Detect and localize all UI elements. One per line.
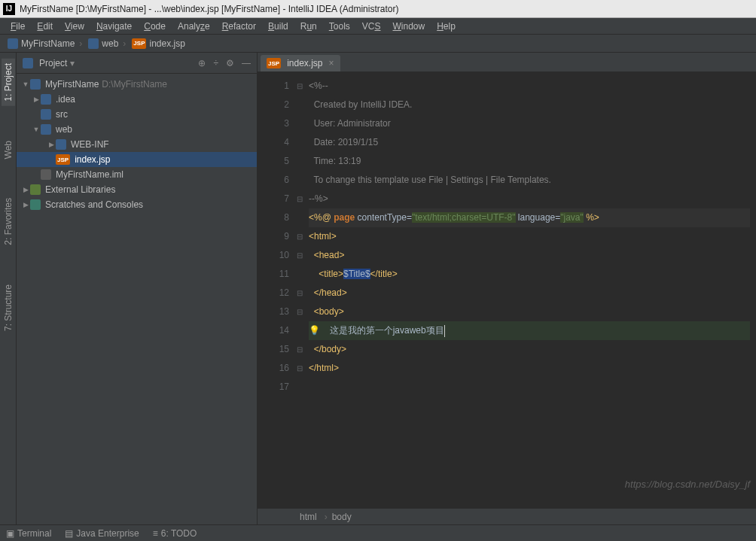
- tree-node[interactable]: JSPindex.jsp: [17, 152, 257, 167]
- tree-arrow-icon[interactable]: ▼: [32, 126, 41, 133]
- tree-node[interactable]: ▶External Libraries: [17, 182, 257, 197]
- menu-run[interactable]: Run: [294, 20, 323, 33]
- target-icon[interactable]: ⊕: [198, 58, 206, 68]
- menu-build[interactable]: Build: [262, 20, 294, 33]
- code-lines[interactable]: <%-- Created by IntelliJ IDEA. User: Adm…: [306, 72, 756, 508]
- tree-label: index.jsp: [75, 154, 110, 165]
- minimize-icon[interactable]: —: [242, 58, 251, 68]
- folder-icon: [41, 109, 51, 120]
- tree-label: MyFirstName.iml: [56, 169, 123, 180]
- menu-edit[interactable]: Edit: [31, 20, 59, 33]
- folder-icon: [41, 124, 51, 135]
- title-text: MyFirstName [D:\MyFirstName] - ...\web\i…: [20, 4, 398, 14]
- tree-label: WEB-INF: [71, 139, 109, 150]
- titlebar: IJ MyFirstName [D:\MyFirstName] - ...\we…: [0, 0, 756, 18]
- tree-arrow-icon[interactable]: ▶: [21, 201, 30, 208]
- tree-label: Scratches and Consoles: [45, 199, 143, 210]
- menu-tools[interactable]: Tools: [323, 20, 356, 33]
- toolwin-todo[interactable]: ≡6: TODO: [153, 528, 197, 539]
- project-sidebar: Project ▾ ⊕ ÷ ⚙ — ▼MyFirstNameD:\MyFirst…: [17, 53, 258, 524]
- jsp-icon: JSP: [56, 154, 70, 165]
- toolwin-favorites[interactable]: 2: Favorites: [2, 193, 15, 250]
- lightbulb-icon[interactable]: 💡: [309, 325, 320, 336]
- crumb-file[interactable]: JSPindex.jsp: [129, 38, 193, 49]
- fold-gutter[interactable]: ⊟⊟⊟⊟⊟⊟⊟⊟: [294, 72, 306, 508]
- file-icon: [41, 169, 51, 180]
- breadcrumb-bar: MyFirstName web JSPindex.jsp: [0, 35, 756, 53]
- tree-node[interactable]: ▶WEB-INF: [17, 137, 257, 152]
- menu-file[interactable]: File: [5, 20, 31, 33]
- tree-node[interactable]: ▼web: [17, 122, 257, 137]
- sidebar-header: Project ▾ ⊕ ÷ ⚙ —: [17, 53, 257, 74]
- editor-breadcrumb[interactable]: html›body: [258, 508, 756, 524]
- tree-node[interactable]: ▼MyFirstNameD:\MyFirstName: [17, 77, 257, 92]
- tree-arrow-icon[interactable]: ▼: [21, 81, 30, 88]
- line-number-gutter: 1234567891011121314151617: [258, 72, 294, 508]
- ee-icon: ▤: [65, 528, 73, 539]
- terminal-icon: ▣: [6, 528, 14, 539]
- toolwin-java-ee[interactable]: ▤Java Enterprise: [65, 528, 139, 539]
- todo-icon: ≡: [153, 528, 158, 539]
- project-icon: [23, 58, 33, 68]
- lib-icon: [30, 184, 41, 195]
- toolwin-terminal[interactable]: ▣Terminal: [6, 528, 51, 539]
- tree-label: External Libraries: [45, 184, 115, 195]
- toolwin-structure[interactable]: 7: Structure: [2, 280, 15, 336]
- crumb-folder[interactable]: web: [85, 38, 129, 49]
- tree-node[interactable]: ▶Scratches and Consoles: [17, 197, 257, 212]
- menu-vcs[interactable]: VCS: [356, 20, 387, 33]
- menu-analyze[interactable]: Analyze: [172, 20, 216, 33]
- menu-help[interactable]: Help: [431, 20, 462, 33]
- toolwin-web[interactable]: Web: [2, 136, 15, 163]
- scr-icon: [30, 199, 41, 210]
- tree-node[interactable]: MyFirstName.iml: [17, 167, 257, 182]
- tree-node[interactable]: src: [17, 107, 257, 122]
- sidebar-title[interactable]: Project: [39, 58, 67, 68]
- menu-view[interactable]: View: [59, 20, 90, 33]
- close-icon[interactable]: ×: [329, 58, 334, 68]
- left-tool-gutter: 1: Project Web 2: Favorites 7: Structure: [0, 53, 17, 524]
- split-icon[interactable]: ÷: [213, 58, 218, 68]
- app-logo-icon: IJ: [3, 3, 15, 15]
- proj-icon: [30, 79, 41, 90]
- editor-tabs: JSP index.jsp ×: [258, 53, 756, 72]
- project-tree[interactable]: ▼MyFirstNameD:\MyFirstName▶.idea src▼web…: [17, 74, 257, 524]
- code-editor[interactable]: 1234567891011121314151617 ⊟⊟⊟⊟⊟⊟⊟⊟ <%-- …: [258, 72, 756, 508]
- editor-tab-indexjsp[interactable]: JSP index.jsp ×: [261, 55, 340, 71]
- text-caret: [444, 325, 445, 337]
- gear-icon[interactable]: ⚙: [226, 58, 234, 68]
- tree-label: MyFirstName: [45, 79, 99, 90]
- toolwin-project[interactable]: 1: Project: [2, 59, 15, 106]
- jsp-icon: JSP: [267, 58, 281, 68]
- folder-icon: [56, 139, 66, 150]
- tree-arrow-icon[interactable]: ▶: [32, 96, 41, 103]
- tree-label: web: [56, 124, 72, 135]
- menu-refactor[interactable]: Refactor: [216, 20, 262, 33]
- tree-arrow-icon[interactable]: ▶: [21, 186, 30, 193]
- project-icon: [8, 38, 18, 49]
- menu-code[interactable]: Code: [138, 20, 172, 33]
- tree-label: .idea: [56, 94, 75, 105]
- menubar: File Edit View Navigate Code Analyze Ref…: [0, 18, 756, 35]
- editor-area: JSP index.jsp × 123456789101112131415161…: [258, 53, 756, 524]
- tree-label: src: [56, 109, 68, 120]
- folder-icon: [88, 38, 99, 49]
- folder-icon: [41, 94, 51, 105]
- statusbar: ▣Terminal ▤Java Enterprise ≡6: TODO: [0, 524, 756, 541]
- menu-navigate[interactable]: Navigate: [90, 20, 138, 33]
- jsp-icon: JSP: [132, 38, 146, 49]
- dropdown-icon[interactable]: ▾: [70, 58, 75, 68]
- menu-window[interactable]: Window: [386, 20, 431, 33]
- crumb-project[interactable]: MyFirstName: [5, 38, 85, 49]
- tree-node[interactable]: ▶.idea: [17, 92, 257, 107]
- tree-arrow-icon[interactable]: ▶: [47, 141, 56, 148]
